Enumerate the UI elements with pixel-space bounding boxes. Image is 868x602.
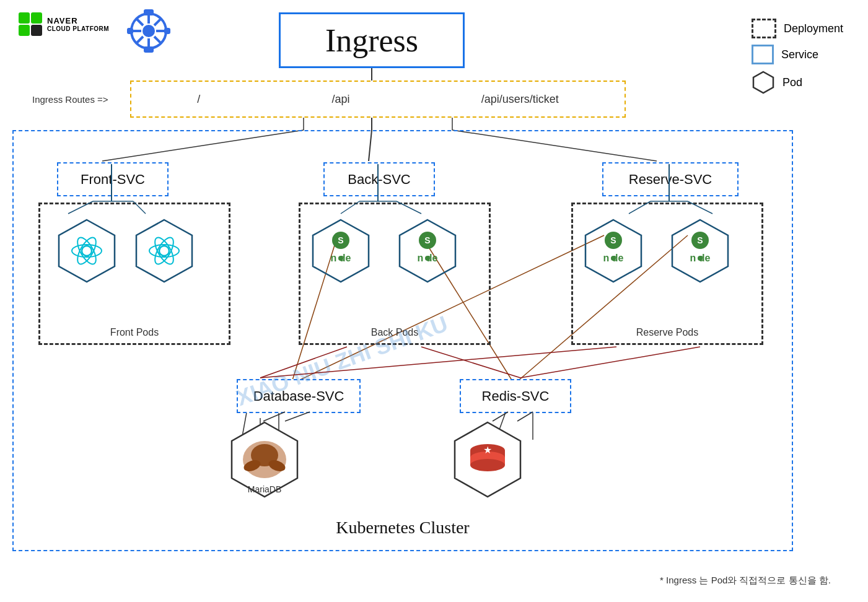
react-pod-2 xyxy=(130,217,198,287)
sq-black xyxy=(31,25,42,36)
legend-pod-icon xyxy=(752,71,775,94)
legend-service-item: Service xyxy=(752,45,843,64)
reserve-deploy-box: S n de S n de Reserve Pods xyxy=(571,203,763,345)
route-root: / xyxy=(197,93,200,106)
back-svc: Back-SVC xyxy=(323,162,435,196)
ingress-box: Ingress xyxy=(279,12,465,68)
svg-point-45 xyxy=(338,256,343,261)
node-pod-2: S n de xyxy=(393,217,462,287)
route-api-users-ticket: /api/users/ticket xyxy=(481,93,559,106)
database-svc: Database-SVC xyxy=(237,379,361,413)
database-svc-label: Database-SVC xyxy=(253,388,344,404)
legend-deployment-label: Deployment xyxy=(784,22,843,35)
reserve-svc-label: Reserve-SVC xyxy=(629,172,712,188)
redis-pod: ★ xyxy=(447,419,528,502)
naver-sub: CLOUD PLATFORM xyxy=(47,25,109,32)
legend-deployment-item: Deployment xyxy=(752,19,843,38)
svg-point-50 xyxy=(425,256,430,261)
svg-marker-36 xyxy=(136,220,192,282)
svg-marker-41 xyxy=(313,220,369,282)
svg-text:S: S xyxy=(424,235,430,245)
k8s-cluster: Front-SVC Back-SVC Reserve-SVC xyxy=(12,130,793,551)
back-svc-label: Back-SVC xyxy=(348,172,410,188)
svg-text:S: S xyxy=(338,235,343,245)
routes-prefix: Ingress Routes => xyxy=(32,94,108,105)
redis-svc: Redis-SVC xyxy=(460,379,571,413)
footer-note: * Ingress 는 Pod와 직접적으로 통신을 함. xyxy=(660,575,831,587)
svg-marker-31 xyxy=(59,220,115,282)
svg-line-24 xyxy=(154,19,161,25)
diagram-container: NAVER CLOUD PLATFORM D xyxy=(0,0,868,602)
node-pod-1: S n de xyxy=(307,217,375,287)
react-pod-1 xyxy=(53,217,121,287)
node-pod-4: S n de xyxy=(666,217,734,287)
svg-marker-46 xyxy=(400,220,455,282)
svg-text:MariaDB: MariaDB xyxy=(248,484,281,494)
svg-rect-29 xyxy=(164,28,170,34)
svg-line-23 xyxy=(154,37,161,43)
route-items: / /api /api/users/ticket xyxy=(131,93,625,106)
svg-point-55 xyxy=(611,256,616,261)
legend-deployment-icon xyxy=(752,19,776,38)
reserve-deploy-label: Reserve Pods xyxy=(636,327,699,338)
svg-marker-51 xyxy=(585,220,641,282)
naver-logo: NAVER CLOUD PLATFORM xyxy=(19,12,109,36)
svg-point-32 xyxy=(82,246,92,256)
svg-rect-28 xyxy=(127,28,133,34)
svg-text:S: S xyxy=(610,235,616,245)
svg-rect-27 xyxy=(144,46,154,53)
front-svc-label: Front-SVC xyxy=(81,172,145,188)
svg-point-37 xyxy=(159,246,169,256)
routes-box: Ingress Routes => / /api /api/users/tick… xyxy=(130,81,626,118)
legend-pod-label: Pod xyxy=(783,76,802,89)
svg-line-22 xyxy=(136,19,143,25)
legend: Deployment Service Pod xyxy=(752,19,843,94)
mariadb-pod: MariaDB xyxy=(224,419,305,502)
front-deploy-label: Front Pods xyxy=(110,327,159,338)
front-svc: Front-SVC xyxy=(57,162,169,196)
svg-marker-56 xyxy=(672,220,728,282)
node-pod-3: S n de xyxy=(579,217,647,287)
legend-service-label: Service xyxy=(781,48,818,61)
helm-logo xyxy=(124,6,173,58)
k8s-cluster-label: Kubernetes Cluster xyxy=(336,518,469,538)
sq-green-2 xyxy=(31,12,42,24)
svg-point-72 xyxy=(470,459,505,471)
legend-service-icon xyxy=(752,45,774,64)
svg-marker-30 xyxy=(753,72,773,93)
redis-svc-label: Redis-SVC xyxy=(482,388,550,404)
legend-pod-item: Pod xyxy=(752,71,843,94)
naver-text-block: NAVER CLOUD PLATFORM xyxy=(47,16,109,32)
svg-rect-26 xyxy=(144,9,154,15)
back-deploy-label: Back Pods xyxy=(371,327,418,338)
svg-point-17 xyxy=(142,25,155,37)
naver-brand: NAVER xyxy=(47,16,109,25)
svg-text:S: S xyxy=(697,235,703,245)
back-deploy-box: S n de S n de Back Pods xyxy=(299,203,491,345)
svg-line-25 xyxy=(136,37,143,43)
front-deploy-box: Front Pods xyxy=(38,203,230,345)
svg-point-60 xyxy=(698,256,703,261)
reserve-svc: Reserve-SVC xyxy=(602,162,739,196)
sq-green-3 xyxy=(19,25,30,36)
svg-text:★: ★ xyxy=(483,445,492,455)
route-api: /api xyxy=(331,93,349,106)
sq-green-1 xyxy=(19,12,30,24)
ingress-label: Ingress xyxy=(325,22,418,59)
naver-squares xyxy=(19,12,42,36)
